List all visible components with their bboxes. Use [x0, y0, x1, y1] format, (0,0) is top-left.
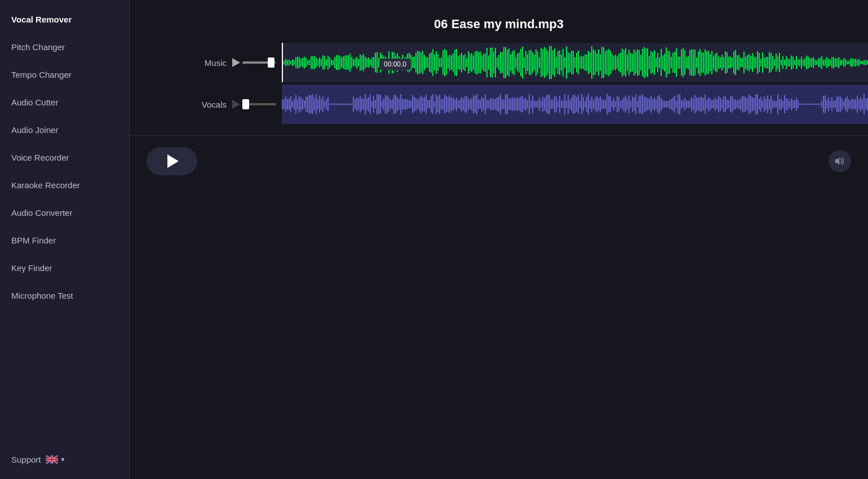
- sidebar-support[interactable]: Support ▼: [0, 446, 129, 473]
- vocals-volume-slider[interactable]: [242, 103, 276, 105]
- play-icon: [167, 154, 179, 168]
- sidebar-item-pitch-changer[interactable]: Pitch Changer: [0, 33, 129, 61]
- main-content: 06 Ease my mind.mp3 00:00.0 Music: [130, 0, 868, 479]
- track-title: 06 Ease my mind.mp3: [130, 0, 868, 43]
- transport-controls: [130, 147, 868, 192]
- sidebar-item-microphone-test[interactable]: Microphone Test: [0, 282, 129, 309]
- music-volume-fill: [242, 61, 271, 64]
- vocals-track-name: Vocals: [202, 100, 227, 109]
- music-waveform-container: [282, 43, 868, 82]
- sidebar-item-karaoke-recorder[interactable]: Karaoke Recorder: [0, 171, 129, 199]
- timestamp-bubble: 00:00.0: [379, 59, 411, 70]
- volume-icon: [835, 157, 845, 166]
- chevron-down-icon: ▼: [60, 456, 66, 463]
- sidebar-item-bpm-finder[interactable]: BPM Finder: [0, 227, 129, 254]
- sidebar-item-audio-cutter[interactable]: Audio Cutter: [0, 88, 129, 116]
- sidebar-item-voice-recorder[interactable]: Voice Recorder: [0, 144, 129, 171]
- sidebar-item-audio-joiner[interactable]: Audio Joiner: [0, 116, 129, 144]
- separator: [130, 135, 868, 136]
- speaker-icon-vocals: [232, 100, 240, 109]
- music-track-name: Music: [205, 58, 227, 68]
- speaker-icon: [232, 58, 240, 67]
- playhead-line: [282, 43, 283, 82]
- vocals-track-label: Vocals: [130, 100, 282, 109]
- vocals-waveform: [282, 85, 868, 124]
- music-volume-slider[interactable]: [242, 61, 276, 64]
- timeline-area: 00:00.0 Music Vo: [130, 43, 868, 479]
- right-controls: [829, 150, 851, 172]
- play-button[interactable]: [147, 147, 197, 175]
- support-label: Support: [11, 455, 41, 464]
- vocals-volume-thumb[interactable]: [242, 99, 249, 109]
- sidebar-item-vocal-remover[interactable]: Vocal Remover: [0, 6, 129, 33]
- flag-uk-icon: [46, 455, 58, 464]
- music-waveform: [282, 43, 868, 82]
- vocals-track-row: Vocals: [130, 85, 868, 124]
- language-selector[interactable]: ▼: [46, 455, 66, 464]
- vocals-volume-control[interactable]: [232, 100, 276, 109]
- vocals-waveform-container: [282, 85, 868, 124]
- music-track-row: Music: [130, 43, 868, 82]
- music-volume-control[interactable]: [232, 58, 276, 67]
- sidebar-item-audio-converter[interactable]: Audio Converter: [0, 199, 129, 227]
- volume-button[interactable]: [829, 150, 851, 172]
- sidebar-item-tempo-changer[interactable]: Tempo Changer: [0, 61, 129, 88]
- sidebar-item-key-finder[interactable]: Key Finder: [0, 254, 129, 282]
- music-track-label: Music: [130, 58, 282, 68]
- sidebar: Vocal Remover Pitch Changer Tempo Change…: [0, 0, 130, 479]
- music-volume-thumb[interactable]: [268, 57, 274, 68]
